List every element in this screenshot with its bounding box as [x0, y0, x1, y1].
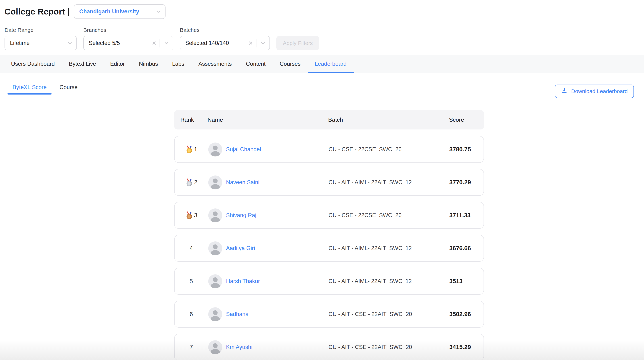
clear-icon[interactable] [247, 40, 256, 46]
rank-value: 2 [194, 179, 197, 186]
student-name-link[interactable]: Km Ayushi [226, 344, 252, 350]
chevron-down-icon [64, 40, 76, 46]
download-icon [561, 88, 568, 95]
batches-select[interactable]: Selected 140/140 [180, 36, 270, 50]
batches-value: Selected 140/140 [180, 40, 247, 46]
name-cell: Aaditya Giri [208, 242, 328, 255]
download-button-label: Download Leaderboard [571, 88, 628, 94]
tab-bytexl-live[interactable]: Bytexl.Live [62, 55, 103, 73]
column-header-name: Name [208, 116, 328, 123]
rank-value: 5 [190, 278, 193, 285]
table-row: 6 Sadhana CU - AIT - CSE - 22AIT_SWC_20 … [174, 301, 484, 328]
student-name-link[interactable]: Shivang Raj [226, 212, 256, 218]
avatar [208, 274, 222, 288]
branches-filter: Branches Selected 5/5 [83, 27, 173, 50]
university-select-value: Chandigarh University [74, 8, 152, 15]
name-cell: Harsh Thakur [208, 274, 328, 288]
rank-cell: 4 [174, 245, 208, 252]
name-cell: Naveen Saini [208, 176, 328, 190]
student-name-link[interactable]: Aaditya Giri [226, 245, 255, 252]
score-value: 3502.96 [449, 311, 484, 318]
student-name-link[interactable]: Sadhana [226, 311, 248, 318]
main-tab-bar: Users DashboardBytexl.LiveEditorNimbusLa… [0, 55, 644, 73]
table-row: 3 Shivang Raj CU - CSE - 22CSE_SWC_26 37… [174, 202, 484, 229]
leaderboard-table: Rank Name Batch Score 1 [174, 110, 484, 360]
score-value: 3711.33 [449, 212, 484, 219]
batches-filter: Batches Selected 140/140 [180, 27, 270, 50]
avatar [208, 340, 222, 354]
date-range-value: Lifetime [5, 40, 63, 46]
column-header-rank: Rank [174, 116, 208, 123]
rank-cell: 2 [174, 178, 208, 186]
rank-cell: 5 [174, 278, 208, 285]
header: College Report | Chandigarh University D… [0, 0, 644, 50]
batch-value: CU - AIT - AIML- 22AIT_SWC_12 [328, 278, 449, 284]
apply-filters-button[interactable]: Apply Filters [276, 36, 319, 50]
avatar [208, 242, 222, 255]
clear-icon[interactable] [150, 40, 160, 46]
download-leaderboard-button[interactable]: Download Leaderboard [555, 84, 634, 98]
tab-editor[interactable]: Editor [103, 55, 132, 73]
filters-row: Date Range Lifetime Branches Selected 5/… [4, 27, 634, 50]
date-range-select[interactable]: Lifetime [4, 36, 77, 50]
student-name-link[interactable]: Naveen Saini [226, 179, 259, 186]
university-select[interactable]: Chandigarh University [74, 4, 166, 19]
tab-labs[interactable]: Labs [165, 55, 191, 73]
batch-value: CU - AIT - AIML- 22AIT_SWC_12 [328, 179, 449, 186]
chevron-down-icon [152, 9, 165, 14]
sub-tab-course[interactable]: Course [54, 84, 82, 94]
batch-value: CU - CSE - 22CSE_SWC_26 [328, 212, 449, 218]
name-cell: Shivang Raj [208, 208, 328, 222]
rank-cell: 7 [174, 344, 208, 350]
rank-cell: 6 [174, 311, 208, 318]
score-value: 3780.75 [449, 146, 484, 153]
tab-users-dashboard[interactable]: Users Dashboard [4, 55, 62, 73]
tab-content[interactable]: Content [239, 55, 273, 73]
date-range-label: Date Range [4, 27, 77, 33]
name-cell: Sadhana [208, 307, 328, 321]
branches-label: Branches [83, 27, 173, 33]
branches-value: Selected 5/5 [84, 40, 150, 46]
table-row: 4 Aaditya Giri CU - AIT - AIML- 22AIT_SW… [174, 235, 484, 262]
medal-icon [185, 178, 194, 186]
medal-icon [185, 211, 194, 220]
avatar [208, 142, 222, 156]
sub-tab-bytexl-score[interactable]: ByteXL Score [8, 84, 52, 94]
batch-value: CU - AIT - CSE - 22AIT_SWC_20 [328, 311, 449, 318]
name-cell: Sujal Chandel [208, 142, 328, 156]
sub-tabs: ByteXL ScoreCourse [8, 84, 82, 94]
tab-nimbus[interactable]: Nimbus [132, 55, 165, 73]
tab-courses[interactable]: Courses [272, 55, 308, 73]
medal-icon [185, 145, 194, 154]
score-value: 3770.29 [449, 179, 484, 186]
avatar [208, 176, 222, 190]
table-row: 2 Naveen Saini CU - AIT - AIML- 22AIT_SW… [174, 169, 484, 196]
chevron-down-icon [160, 40, 173, 46]
date-range-filter: Date Range Lifetime [4, 27, 77, 50]
rank-cell: 1 [174, 145, 208, 154]
table-row: 7 Km Ayushi CU - AIT - CSE - 22AIT_SWC_2… [174, 334, 484, 360]
table-row: 1 Sujal Chandel CU - CSE - 22CSE_SWC_26 … [174, 136, 484, 163]
batch-value: CU - CSE - 22CSE_SWC_26 [328, 146, 449, 153]
rank-value: 1 [194, 146, 197, 153]
student-name-link[interactable]: Sujal Chandel [226, 146, 261, 153]
page-title: College Report | [4, 7, 70, 16]
column-header-batch: Batch [328, 116, 449, 123]
name-cell: Km Ayushi [208, 340, 328, 354]
chevron-down-icon [256, 40, 270, 46]
batch-value: CU - AIT - AIML- 22AIT_SWC_12 [328, 245, 449, 252]
leaderboard-panel: ByteXL ScoreCourse Download Leaderboard … [0, 73, 644, 360]
score-value: 3513 [449, 278, 484, 285]
batches-label: Batches [180, 27, 270, 33]
tab-assessments[interactable]: Assessments [191, 55, 239, 73]
rank-cell: 3 [174, 211, 208, 220]
rank-value: 6 [190, 311, 193, 318]
table-header: Rank Name Batch Score [174, 110, 484, 130]
student-name-link[interactable]: Harsh Thakur [226, 278, 260, 284]
table-body: 1 Sujal Chandel CU - CSE - 22CSE_SWC_26 … [174, 136, 484, 360]
score-value: 3676.66 [449, 245, 484, 252]
tab-leaderboard[interactable]: Leaderboard [308, 55, 354, 73]
branches-select[interactable]: Selected 5/5 [83, 36, 173, 50]
batch-value: CU - AIT - CSE - 22AIT_SWC_20 [328, 344, 449, 350]
rank-value: 7 [190, 344, 193, 350]
